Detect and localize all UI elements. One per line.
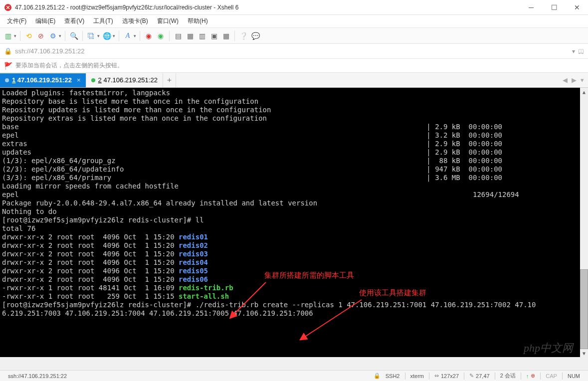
tab-nav: ◀ ▶ ▾	[563, 76, 588, 84]
new-session-icon[interactable]: ▥	[3, 31, 13, 41]
search-icon[interactable]: 🔍	[69, 31, 79, 41]
xagent-icon[interactable]: ◉	[144, 31, 154, 41]
chat-icon[interactable]: 💬	[250, 31, 260, 41]
status-term: xterm	[405, 373, 429, 379]
font-icon[interactable]: A	[123, 31, 133, 41]
flag-icon[interactable]: 🚩	[4, 62, 12, 70]
menu-bar: 文件(F) 编辑(E) 查看(V) 工具(T) 选项卡(B) 窗口(W) 帮助(…	[0, 15, 588, 28]
scroll-down-icon[interactable]: ▼	[580, 349, 588, 357]
xftp-icon[interactable]: ◉	[156, 31, 166, 41]
status-size: ⇔127x27	[429, 373, 464, 379]
tab-prev-icon[interactable]: ◀	[563, 76, 568, 84]
terminal[interactable]: Loaded plugins: fastestmirror, langpacks…	[0, 88, 588, 357]
globe-icon[interactable]: 🌐	[102, 31, 112, 41]
close-button[interactable]: ✕	[570, 2, 584, 12]
status-bar: ssh://47.106.219.251:22 🔒 SSH2 xterm ⇔12…	[0, 370, 588, 381]
tab-2[interactable]: 2 47.106.219.251:22	[86, 73, 163, 87]
scroll-thumb[interactable]	[580, 269, 588, 349]
tab-1[interactable]: 1 47.106.219.251:22 ×	[0, 73, 86, 87]
menu-help[interactable]: 帮助(H)	[184, 15, 212, 27]
status-cap: CAP	[541, 373, 562, 379]
help-icon[interactable]: ❔	[238, 31, 248, 41]
menu-view[interactable]: 查看(V)	[60, 15, 88, 27]
scrollbar[interactable]: ▲ ▼	[580, 88, 588, 357]
grid-icon[interactable]: ▦	[221, 31, 231, 41]
menu-tab[interactable]: 选项卡(B)	[118, 15, 152, 27]
tab-bar: 1 47.106.219.251:22 × 2 47.106.219.251:2…	[0, 73, 588, 88]
tab-label: 2 47.106.219.251:22	[98, 76, 158, 84]
bookmark-icon[interactable]: 🕮	[578, 48, 584, 55]
menu-tools[interactable]: 工具(T)	[89, 15, 117, 27]
history-icon[interactable]: ▾	[572, 48, 575, 55]
lock-icon: 🔒	[4, 47, 12, 55]
hint-text: 要添加当前会话，点击左侧的箭头按钮。	[15, 61, 123, 70]
disconnect-icon[interactable]: ⊘	[36, 31, 46, 41]
menu-window[interactable]: 窗口(W)	[153, 15, 183, 27]
tab-menu-icon[interactable]: ▾	[581, 76, 584, 84]
scroll-up-icon[interactable]: ▲	[580, 88, 588, 96]
tab-next-icon[interactable]: ▶	[572, 76, 577, 84]
title-bar: 47.106.219.251:22 - root@izwz9ef5sjam9pv…	[0, 0, 588, 15]
status-address: ssh://47.106.219.251:22	[3, 373, 72, 379]
address-url[interactable]: ssh://47.106.219.251:22	[15, 47, 569, 55]
menu-file[interactable]: 文件(F)	[3, 15, 30, 27]
hint-bar: 🚩 要添加当前会话，点击左侧的箭头按钮。	[0, 59, 588, 73]
maximize-button[interactable]: ☐	[547, 2, 561, 12]
copy-icon[interactable]: ⿻	[86, 31, 96, 41]
vert-icon[interactable]: ▣	[209, 31, 219, 41]
status-updown: ↑ ⊕	[521, 373, 541, 379]
window-controls: ─ ☐ ✕	[524, 2, 584, 12]
status-ssh: SSH2	[381, 373, 405, 379]
tab-close-icon[interactable]: ×	[77, 76, 81, 84]
status-dot-icon	[91, 78, 95, 82]
reconnect-icon[interactable]: ⟲	[24, 31, 34, 41]
menu-edit[interactable]: 编辑(E)	[31, 15, 59, 27]
address-bar: 🔒 ssh://47.106.219.251:22 ▾ 🕮	[0, 44, 588, 59]
status-sessions: 2 会话	[495, 372, 521, 380]
cascade-icon[interactable]: ▦	[185, 31, 195, 41]
toolbar: ▥▾ ⟲ ⊘ ⚙▾ 🔍 ⿻▾ 🌐▾ A▾ ◉ ◉ ▤ ▦ ▥ ▣ ▦ ❔ 💬	[0, 28, 588, 44]
app-icon	[4, 3, 12, 11]
status-num: NUM	[563, 373, 585, 379]
window-title: 47.106.219.251:22 - root@izwz9ef5sjam9pv…	[15, 4, 524, 11]
tile-icon[interactable]: ▤	[173, 31, 183, 41]
watermark: php中文网	[524, 344, 573, 352]
status-pos: ✎27,47	[464, 373, 495, 379]
minimize-button[interactable]: ─	[524, 2, 538, 12]
status-dot-icon	[5, 78, 9, 82]
tab-add-button[interactable]: ＋	[163, 73, 176, 87]
horiz-icon[interactable]: ▥	[197, 31, 207, 41]
tab-label: 1 47.106.219.251:22	[12, 76, 72, 84]
properties-icon[interactable]: ⚙	[48, 31, 58, 41]
lock-icon: 🔒	[374, 373, 381, 379]
